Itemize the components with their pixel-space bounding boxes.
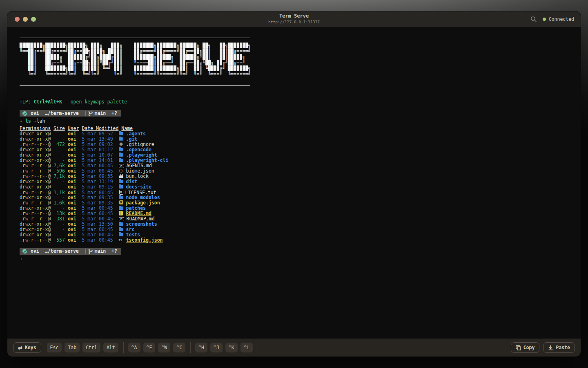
file-date-modified: 5 mar 09:35 bbox=[76, 173, 119, 179]
markdown-icon bbox=[119, 217, 124, 221]
key-button-caret-c[interactable]: ^C bbox=[173, 343, 185, 352]
prompt-git-status: +? bbox=[111, 111, 117, 116]
tip-label: TIP: bbox=[20, 99, 34, 105]
file-date-modified: 5 mar 01:12 bbox=[76, 147, 119, 153]
file-name: tsconfig.json bbox=[126, 237, 163, 243]
prompt-path: …/term-serve bbox=[45, 249, 79, 254]
terminal-screen[interactable]: ████████╗███████╗██████╗ ███╗ ███╗ █████… bbox=[7, 27, 581, 339]
file-date-modified: 5 mar 14:01 bbox=[76, 157, 119, 163]
key-button-esc[interactable]: Esc bbox=[47, 343, 62, 352]
lock-icon bbox=[119, 174, 124, 178]
key-button-caret-h[interactable]: ^H bbox=[195, 343, 207, 352]
file-permissions: drwxr-xr-x@ bbox=[20, 179, 51, 184]
copy-button-label: Copy bbox=[523, 345, 535, 350]
connection-status-label: Connected bbox=[549, 16, 574, 22]
file-permissions: .rw-r--r--@ bbox=[20, 237, 51, 243]
file-name: biome.json bbox=[126, 168, 154, 174]
file-size: - bbox=[53, 221, 65, 227]
paste-down-arrow-icon bbox=[548, 345, 553, 350]
command-name: ls bbox=[25, 118, 31, 124]
file-user: ovi bbox=[68, 184, 76, 190]
file-name: .git bbox=[126, 136, 138, 142]
key-button-caret-a[interactable]: ^A bbox=[128, 343, 140, 352]
file-permissions: drwxr-xr-x@ bbox=[20, 227, 51, 232]
file-name: docs-site bbox=[126, 184, 151, 190]
file-name: tests bbox=[126, 232, 140, 238]
file-permissions: drwxr-xr-x@ bbox=[20, 157, 51, 163]
prompt-user: ovi bbox=[31, 111, 39, 116]
tip-rest: - open keymaps palette bbox=[62, 99, 127, 105]
folder-icon bbox=[119, 131, 124, 136]
file-user: ovi bbox=[68, 179, 76, 184]
git-branch-icon bbox=[88, 111, 93, 116]
cursor-line[interactable]: → bbox=[20, 256, 581, 262]
key-button-caret-e[interactable]: ^E bbox=[143, 343, 156, 352]
file-permissions: .rw-r--r--@ bbox=[20, 216, 51, 222]
command-line: → ls -lah bbox=[20, 119, 581, 124]
file-permissions: .rw-r--r--@ bbox=[20, 163, 51, 168]
file-date-modified: 5 mar 13:50 bbox=[76, 221, 119, 227]
file-user: ovi bbox=[68, 216, 76, 222]
prompt-branch: main bbox=[95, 111, 106, 116]
key-button-caret-k[interactable]: ^K bbox=[225, 343, 238, 352]
key-button-caret-j[interactable]: ^J bbox=[210, 343, 223, 352]
file-date-modified: 5 mar 09:35 bbox=[76, 200, 119, 206]
license-icon bbox=[119, 190, 123, 195]
file-permissions: drwxr-xr-x@ bbox=[20, 232, 51, 238]
file-user: ovi bbox=[68, 221, 76, 227]
banner-rule-top bbox=[20, 38, 250, 38]
file-date-modified: 5 mar 09:35 bbox=[76, 195, 119, 200]
ctrl-keys-group-1: ^A^E^W^C bbox=[128, 343, 188, 352]
ascii-banner: ████████╗███████╗██████╗ ███╗ ███╗ █████… bbox=[20, 43, 252, 77]
header-date-modified: Date Modified bbox=[82, 126, 118, 131]
copy-button[interactable]: Copy bbox=[511, 342, 540, 353]
key-button-alt[interactable]: Alt bbox=[103, 343, 118, 352]
keys-button[interactable]: ⇄ Keys bbox=[13, 342, 41, 353]
window-title-block: Term Serve http://127.0.0.1:31337 bbox=[7, 13, 581, 25]
file-user: ovi bbox=[68, 163, 76, 168]
file-name: .playwright-cli bbox=[126, 157, 169, 163]
file-size: - bbox=[53, 152, 65, 158]
file-listing: Permissions Size User Date Modified Name… bbox=[20, 126, 581, 243]
file-user: ovi bbox=[68, 227, 76, 232]
toolbar-divider bbox=[123, 342, 124, 353]
file-date-modified: 5 mar 09:52 bbox=[76, 131, 119, 137]
search-icon[interactable] bbox=[530, 16, 537, 22]
git-icon bbox=[119, 142, 124, 146]
file-user: ovi bbox=[68, 195, 76, 200]
key-button-tab[interactable]: Tab bbox=[65, 343, 80, 352]
key-button-caret-l[interactable]: ^L bbox=[241, 343, 253, 352]
key-button-caret-w[interactable]: ^W bbox=[158, 343, 170, 352]
paste-button[interactable]: Paste bbox=[543, 342, 575, 353]
file-name: node_modules bbox=[126, 195, 160, 200]
shell-prompt: ovi …/term-serve |main +? bbox=[20, 110, 121, 117]
header-permissions: Permissions bbox=[20, 126, 51, 131]
ctrl-keys-group-2: ^H^J^K^L bbox=[195, 343, 255, 352]
file-size: - bbox=[53, 227, 65, 232]
file-name: .gitignore bbox=[126, 141, 154, 147]
file-permissions: .rw-r--r--@ bbox=[20, 168, 51, 174]
paste-button-label: Paste bbox=[556, 345, 570, 350]
table-row: drwxr-xr-x@ - ovi 5 mar 09:15 docs-site bbox=[20, 184, 581, 190]
file-size: 557 bbox=[53, 237, 65, 243]
file-permissions: drwxr-xr-x@ bbox=[20, 205, 51, 211]
json-icon bbox=[119, 168, 124, 173]
file-user: ovi bbox=[68, 232, 76, 238]
folder-icon bbox=[119, 147, 124, 152]
file-name: README.md bbox=[126, 211, 151, 216]
file-date-modified: 5 mar 00:45 bbox=[76, 211, 119, 216]
file-date-modified: 5 mar 00:45 bbox=[76, 205, 119, 211]
file-name: screenshots bbox=[126, 221, 157, 227]
os-icon bbox=[22, 249, 27, 254]
header-size: Size bbox=[53, 126, 65, 131]
file-user: ovi bbox=[68, 211, 76, 216]
file-user: ovi bbox=[68, 200, 76, 206]
file-user: ovi bbox=[68, 147, 76, 153]
key-button-ctrl[interactable]: Ctrl bbox=[82, 343, 100, 352]
file-name: src bbox=[126, 227, 135, 232]
table-row: .rw-r--r--@ 557 ovi 5 mar 00:45 tsconfig… bbox=[20, 238, 581, 243]
tip-line: TIP: Ctrl+Alt+K - open keymaps palette bbox=[20, 99, 581, 105]
folder-icon bbox=[119, 158, 124, 162]
file-size: - bbox=[53, 184, 65, 190]
tip-shortcut: Ctrl+Alt+K bbox=[34, 99, 62, 105]
